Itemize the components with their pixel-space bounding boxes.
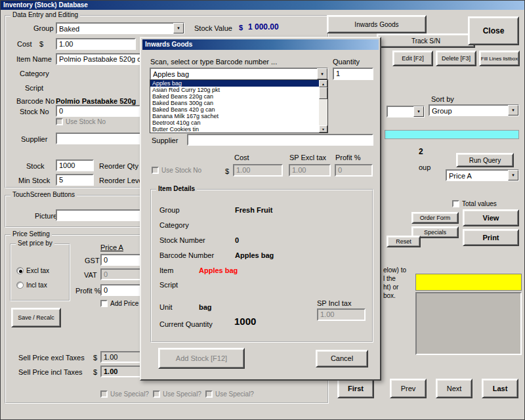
stock-qty-field[interactable]: 1000 [56,159,94,171]
dialog-sp-excl-field[interactable]: 1.00 [289,164,331,177]
stock-no-field[interactable]: 0 [56,105,140,117]
quantity-field[interactable]: 1 [333,68,373,80]
total-values-label: Total values [462,200,497,207]
dialog-cost-field[interactable]: 1.00 [233,164,283,177]
sort-by-select-value: Group [432,106,507,116]
order-form-button[interactable]: Order Form [411,212,459,224]
edit-button[interactable]: Edit [F2] [392,51,433,66]
highlight-bar [385,130,519,139]
next-button[interactable]: Next [436,379,472,398]
use-stock-no-checkbox[interactable]: Use Stock No [56,118,106,125]
cancel-button[interactable]: Cancel [316,350,368,368]
stock-value-label: Stock Value [194,24,232,33]
radio-icon [16,282,24,289]
list-item[interactable]: Asian Red Curry 120g pkt [150,87,319,93]
use-special-1-checkbox[interactable]: Use Special? [100,390,149,398]
sell-excl-label: Sell Price excl Taxes [18,354,85,362]
track-sn-button[interactable]: Track S/N [377,33,475,48]
use-special-2-checkbox[interactable]: Use Special? [153,390,201,398]
close-button[interactable]: Close [468,16,519,45]
use-special-3-checkbox[interactable]: Use Special? [205,390,254,398]
print-button[interactable]: Print [463,229,519,246]
chevron-down-icon[interactable]: ▼ [508,170,518,180]
min-stock-field[interactable]: 5 [56,174,94,186]
total-values-checkbox[interactable]: Total values [452,200,497,207]
detail-stock-number-label: Stock Number [159,236,205,245]
incl-tax-radio[interactable]: Incl tax [16,282,47,289]
scroll-down-icon[interactable]: ▼ [319,125,327,133]
chevron-down-icon[interactable]: ▼ [317,68,327,79]
barcode-label: Barcode No [16,97,54,106]
list-item[interactable]: Baked Beans 300g can [150,100,319,106]
list-item[interactable]: Banana Milk 167g sachet [150,113,319,119]
list-item[interactable]: Apples bag [150,80,319,87]
dialog-profit-field[interactable]: 0 [335,164,373,177]
prev-button[interactable]: Prev [390,379,427,398]
picture-panel [415,292,522,355]
detail-group-value: Fresh Fruit [235,206,272,215]
list-scrollbar[interactable]: ▲ ▼ [319,80,327,133]
add-price-checkbox[interactable]: Add Price 1 [100,300,144,307]
gst-field[interactable]: 0 [100,254,142,266]
list-item[interactable]: Beetroot 410g can [150,119,319,126]
stock-value-amount: 1 000.00 [248,23,279,32]
save-recalc-button[interactable]: Save / Recalc [11,308,61,327]
barcode-dropdown-list: Apples bag Asian Red Curry 120g pkt Bake… [150,79,328,133]
checkbox-icon [452,200,459,207]
inwards-goods-button[interactable]: Inwards Goods [327,15,427,33]
detail-item-value: Apples bag [199,266,238,275]
delete-button[interactable]: Delete [F3] [436,51,476,66]
excl-tax-radio[interactable]: Excl tax [16,267,49,274]
profit-field[interactable]: 0 [100,284,142,296]
price-list-select[interactable]: Price A ▼ [446,169,519,181]
sell-excl-currency: $ [93,354,97,362]
app-window: Inventory (Stock) Database Data Entry an… [0,0,525,420]
fill-listbox-button[interactable]: Fill Lines listbox [479,51,520,66]
inwards-goods-dialog: Inwards Goods Scan, select or type Barco… [140,37,381,381]
list-item[interactable]: Baked Beans 420 g can [150,106,319,113]
barcode-select[interactable]: Apples bag ▼ [150,68,328,80]
price-setting-caption: Price Setting [10,230,52,238]
hint-line-1: elow) to [383,266,406,274]
first-button[interactable]: First [337,379,374,398]
group-select[interactable]: Baked ▼ [56,22,184,34]
scrollbar-thumb[interactable] [319,87,327,99]
last-button[interactable]: Last [482,379,518,398]
dialog-titlebar[interactable]: Inwards Goods [142,39,379,50]
sort-by-select[interactable]: Group ▼ [429,104,519,116]
stock-label: Stock [26,162,45,171]
chevron-down-icon[interactable]: ▼ [173,23,184,33]
run-query-button[interactable]: Run Query [456,153,514,167]
min-stock-label: Min Stock [18,177,50,185]
sp-incl-field[interactable]: 1.00 [317,308,366,321]
dialog-use-stock-no-checkbox[interactable]: Use Stock No [152,167,201,174]
vat-label: VAT [84,271,97,280]
scroll-up-icon[interactable]: ▲ [319,80,327,87]
detail-stock-number-value: 0 [235,236,239,245]
item-name-label: Item Name [16,55,52,64]
detail-barcode-number-value: Apples bag [235,251,274,260]
checkbox-icon [56,118,63,125]
detail-category-label: Category [159,221,189,230]
reorder-level-label: Reorder Level [99,177,144,185]
chevron-down-icon[interactable]: ▼ [508,105,518,116]
vat-field[interactable]: 0 [100,268,142,280]
set-price-caption: Set price by [16,240,54,247]
group-select-value: Baked [59,24,172,33]
supplier-label: Supplier [21,135,47,144]
dialog-supplier-field[interactable] [187,134,373,146]
add-stock-button[interactable]: Add Stock [F12] [158,348,245,369]
stock-no-label: Stock No [20,108,49,116]
filter-select[interactable]: ▼ [387,106,425,117]
window-titlebar[interactable]: Inventory (Stock) Database [1,1,524,10]
chevron-down-icon[interactable]: ▼ [413,106,424,117]
cost-field[interactable]: 1.00 [56,38,136,50]
item-details-caption: Item Details [156,185,197,193]
list-item[interactable]: Butter Cookies tin [150,126,319,133]
group-fragment: oup [419,163,430,172]
view-button[interactable]: View [463,209,519,226]
reset-button[interactable]: Reset [387,236,421,247]
profit-label: Profit % [75,287,101,295]
detail-script-label: Script [159,281,178,289]
list-item[interactable]: Baked Beans 220g can [150,93,319,100]
